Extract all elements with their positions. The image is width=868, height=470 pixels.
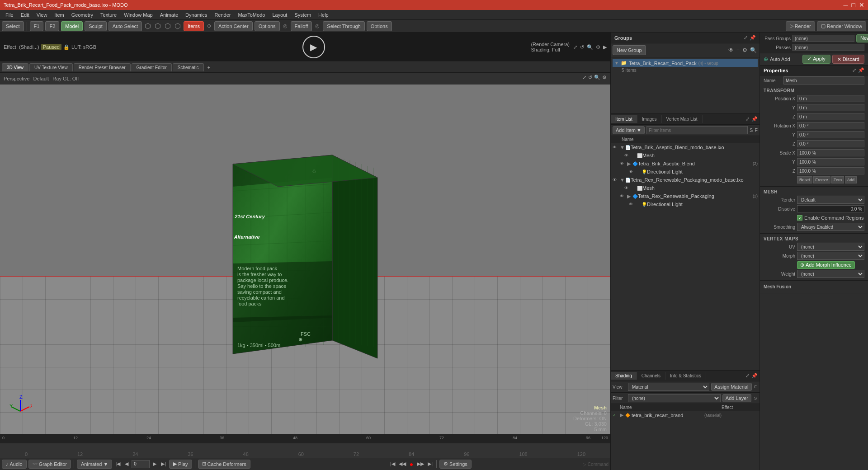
item-expand-2[interactable]: ▼ bbox=[620, 177, 625, 183]
item-expand-1-1[interactable]: ▶ bbox=[632, 153, 637, 159]
refresh-icon[interactable]: ↺ bbox=[580, 44, 584, 50]
scale-z-value[interactable]: 100.0 % bbox=[797, 167, 864, 174]
select-through-button[interactable]: Select Through bbox=[323, 21, 364, 31]
tab-shading[interactable]: Shading bbox=[611, 372, 637, 380]
vp-gear-icon[interactable]: ⚙ bbox=[602, 75, 607, 80]
new-group-button[interactable]: New Group bbox=[613, 45, 646, 55]
next-frame-btn[interactable]: ▶| bbox=[160, 461, 167, 467]
name-input[interactable] bbox=[783, 76, 864, 85]
menu-system[interactable]: System bbox=[291, 11, 315, 19]
assign-material-button[interactable]: Assign Material bbox=[711, 383, 751, 391]
vp-rotate-icon[interactable]: ↺ bbox=[588, 75, 592, 80]
tab-channels[interactable]: Channels bbox=[637, 372, 665, 380]
maximize-btn[interactable]: □ bbox=[852, 1, 855, 9]
menu-maxtomodo[interactable]: MaxToModo bbox=[234, 11, 269, 19]
smoothing-dropdown[interactable]: Always Enabled bbox=[797, 223, 864, 231]
group-item[interactable]: ▼ 📁 Tetra_Brik_Recart_Food_Pack (4) - Gr… bbox=[613, 59, 758, 67]
expand-icon[interactable]: ⤢ bbox=[573, 44, 577, 50]
tab-3d-view[interactable]: 3D View bbox=[2, 63, 28, 71]
frame-input[interactable] bbox=[132, 460, 150, 468]
model-button[interactable]: Model bbox=[61, 21, 83, 31]
shading-pin-icon[interactable]: 📌 bbox=[751, 373, 758, 379]
tab-item-list[interactable]: Item List bbox=[611, 115, 637, 123]
view-dropdown[interactable]: Material bbox=[628, 383, 709, 391]
item-row-2-2[interactable]: 👁 ▶ 🔷 Tetra_Rex_Renewable_Packaging (2) bbox=[611, 192, 760, 200]
play-button[interactable]: ▶ bbox=[302, 36, 325, 58]
sculpt-button[interactable]: Sculpt bbox=[85, 21, 107, 31]
menu-dynamics[interactable]: Dynamics bbox=[182, 11, 211, 19]
position-x-value[interactable]: 0 m bbox=[797, 95, 864, 102]
item-expand-1-2[interactable]: ▶ bbox=[627, 161, 632, 167]
pass-groups-input[interactable] bbox=[793, 35, 854, 42]
scale-y-value[interactable]: 100.0 % bbox=[797, 158, 864, 165]
menu-file[interactable]: File bbox=[2, 11, 17, 19]
filter-items-input[interactable] bbox=[646, 126, 748, 134]
item-vis-1-1[interactable]: 👁 bbox=[624, 153, 632, 158]
prev-btn[interactable]: ◀ bbox=[123, 461, 130, 467]
menu-view[interactable]: View bbox=[33, 11, 51, 19]
vp-zoom-icon[interactable]: 🔍 bbox=[594, 75, 600, 80]
tab-gradient-editor[interactable]: Gradient Editor bbox=[132, 63, 172, 71]
discard-button[interactable]: ✕ Discard bbox=[832, 55, 864, 64]
more-icon[interactable]: ▶ bbox=[603, 44, 607, 50]
minimize-btn[interactable]: ─ bbox=[844, 1, 848, 9]
tab-render-preset[interactable]: Render Preset Browser bbox=[74, 63, 131, 71]
zoom-icon[interactable]: 🔍 bbox=[587, 44, 593, 50]
group-child-item[interactable]: 5 Items bbox=[613, 67, 758, 74]
render-dropdown[interactable]: Default bbox=[797, 196, 864, 204]
groups-expand-icon[interactable]: ⤢ bbox=[744, 35, 748, 41]
rotation-y-value[interactable]: 0.0 ° bbox=[797, 131, 864, 138]
item-vis-1[interactable]: 👁 bbox=[613, 145, 620, 150]
item-expand-2-1[interactable]: ▶ bbox=[632, 185, 637, 191]
reset-button[interactable]: Reset bbox=[797, 176, 812, 183]
add-morph-influence-button[interactable]: ⊕ Add Morph Influence bbox=[797, 261, 855, 269]
menu-geometry[interactable]: Geometry bbox=[68, 11, 97, 19]
groups-icon1[interactable]: 👁 bbox=[727, 46, 735, 54]
uv-dropdown[interactable]: (none) bbox=[797, 243, 864, 251]
render-button[interactable]: ▷ Render bbox=[786, 21, 815, 31]
audio-button[interactable]: ♪ Audio bbox=[2, 460, 27, 469]
settings-button[interactable]: ⚙ Settings bbox=[439, 460, 472, 469]
freeze-button[interactable]: Freeze bbox=[813, 176, 830, 183]
tab-info-stats[interactable]: Info & Statistics bbox=[665, 372, 706, 380]
item-row-1-1[interactable]: 👁 ▶ ⬜ Mesh bbox=[611, 151, 760, 160]
close-btn[interactable]: ✕ bbox=[859, 1, 864, 9]
tab-vertex-map-list[interactable]: Vertex Map List bbox=[662, 115, 703, 123]
f2-button[interactable]: F2 bbox=[45, 21, 59, 31]
play-button-bottom[interactable]: ▶ Play bbox=[169, 460, 192, 469]
item-vis-1-2[interactable]: 👁 bbox=[620, 161, 627, 166]
groups-icon4[interactable]: 🔍 bbox=[749, 46, 758, 54]
scale-x-value[interactable]: 100.0 % bbox=[797, 149, 864, 156]
transport-icon3[interactable]: ▶▶ bbox=[416, 461, 425, 467]
position-y-value[interactable]: 0 m bbox=[797, 104, 864, 111]
item-row-2-1[interactable]: 👁 ▶ ⬜ Mesh bbox=[611, 184, 760, 192]
menu-texture[interactable]: Texture bbox=[97, 11, 120, 19]
options-button[interactable]: Options bbox=[255, 21, 280, 31]
add-layer-button[interactable]: Add Layer bbox=[722, 394, 751, 402]
item-vis-1-3[interactable]: 👁 bbox=[629, 169, 636, 174]
item-vis-2[interactable]: 👁 bbox=[613, 178, 620, 182]
shad-vis-1[interactable]: ✓ bbox=[613, 413, 620, 418]
shading-row-1[interactable]: ✓ ▶ 🔶 tetra_brik_recart_brand (Material) bbox=[611, 411, 760, 419]
tab-add-btn[interactable]: + bbox=[205, 63, 213, 71]
menu-render[interactable]: Render bbox=[211, 11, 234, 19]
menu-edit[interactable]: Edit bbox=[17, 11, 33, 19]
action-center-button[interactable]: Action Center bbox=[214, 21, 253, 31]
item-row-2[interactable]: 👁 ▼ 📄 Tetra_Rex_Renewable_Packaging_modo… bbox=[611, 176, 760, 184]
position-z-value[interactable]: 0 m bbox=[797, 113, 864, 120]
falloff-button[interactable]: Falloff bbox=[291, 21, 312, 31]
prev-frame-btn[interactable]: |◀ bbox=[114, 461, 122, 467]
menu-help[interactable]: Help bbox=[315, 11, 332, 19]
transport-icon1[interactable]: |◀ bbox=[389, 461, 396, 467]
tab-uv-texture[interactable]: UV Texture View bbox=[29, 63, 73, 71]
item-vis-2-2[interactable]: 👁 bbox=[620, 194, 627, 198]
morph-dropdown[interactable]: (none) bbox=[797, 252, 864, 260]
options2-button[interactable]: Options bbox=[367, 21, 392, 31]
menu-layout[interactable]: Layout bbox=[269, 11, 291, 19]
menu-animate[interactable]: Animate bbox=[156, 11, 182, 19]
auto-select-button[interactable]: Auto Select bbox=[108, 21, 142, 31]
transport-icon2[interactable]: ◀◀ bbox=[398, 461, 407, 467]
item-vis-2-3[interactable]: 👁 bbox=[629, 202, 636, 207]
transport-icon4[interactable]: ▶| bbox=[427, 461, 434, 467]
item-list-pin-icon[interactable]: 📌 bbox=[751, 116, 758, 122]
